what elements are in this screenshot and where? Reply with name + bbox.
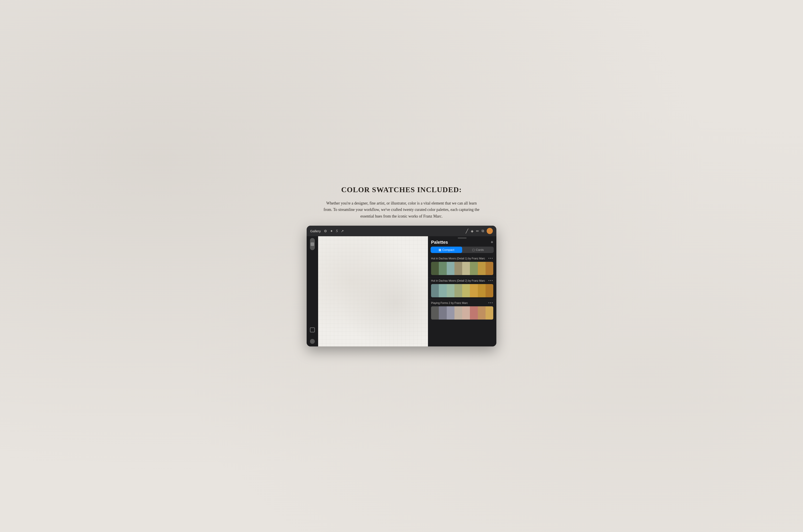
toolbar-right: ╱ ◈ ✏ ⧉	[466, 228, 493, 234]
color-swatch[interactable]	[439, 262, 446, 275]
palette-list: Hut in Dachau Moors (Detail 1) by Franz …	[428, 255, 496, 346]
palette-swatches	[431, 284, 493, 297]
pencil-tool-icon[interactable]: ✏	[476, 229, 479, 233]
left-sidebar	[307, 236, 318, 346]
color-swatch[interactable]	[462, 306, 470, 320]
page-title: COLOR SWATCHES INCLUDED:	[341, 186, 462, 194]
color-swatch[interactable]	[478, 306, 486, 320]
color-swatch[interactable]	[486, 262, 493, 275]
sidebar-bottom	[310, 339, 315, 344]
color-swatch[interactable]	[470, 284, 478, 297]
color-swatch[interactable]	[470, 306, 478, 320]
layers-icon[interactable]: ⧉	[481, 229, 484, 233]
drag-bar	[458, 238, 467, 239]
brush-tool-icon[interactable]: ╱	[466, 229, 468, 234]
avatar	[487, 228, 493, 234]
color-swatch[interactable]	[486, 306, 493, 320]
palette-name: Playing Forms 2 by Franz Marc	[431, 302, 488, 305]
palette-item-header: Hut in Dachau Moors (Detail 1) by Franz …	[431, 256, 493, 261]
panel-header: Palettes +	[428, 239, 496, 247]
view-toggle: ▦ Compact ▢ Cards	[431, 247, 494, 253]
color-swatch[interactable]	[478, 284, 486, 297]
palette-name: Hut in Dachau Moors (Detail 1) by Franz …	[431, 257, 488, 260]
cards-view-button[interactable]: ▢ Cards	[462, 247, 494, 253]
color-swatch[interactable]	[454, 262, 462, 275]
smudge-icon[interactable]: S	[336, 229, 338, 233]
add-palette-button[interactable]: +	[491, 240, 493, 245]
panel-title: Palettes	[431, 240, 448, 245]
app-screenshot: Gallery ⚙ ✦ S ↗ ╱ ◈ ✏ ⧉	[307, 226, 496, 346]
palette-swatches	[431, 306, 493, 320]
color-swatch[interactable]	[454, 306, 462, 320]
cards-icon: ▢	[472, 248, 475, 251]
color-swatch[interactable]	[431, 306, 439, 320]
toolbar-left: Gallery ⚙ ✦ S ↗	[310, 229, 344, 233]
palette-item: Hut in Dachau Moors (Detail 2) by Franz …	[428, 278, 496, 300]
color-swatch[interactable]	[447, 262, 454, 275]
wrench-icon[interactable]: ⚙	[324, 229, 327, 233]
gallery-button[interactable]: Gallery	[310, 229, 321, 233]
sidebar-top	[310, 238, 315, 250]
palette-item-header: Hut in Dachau Moors (Detail 2) by Franz …	[431, 279, 493, 283]
color-swatch[interactable]	[439, 306, 446, 320]
color-swatch[interactable]	[462, 262, 470, 275]
transform-icon[interactable]: ↗	[341, 229, 344, 233]
palette-more-button[interactable]: •••	[488, 279, 493, 283]
page-wrapper: COLOR SWATCHES INCLUDED: Whether you're …	[302, 186, 501, 347]
compact-label: Compact	[442, 248, 454, 251]
color-swatch[interactable]	[478, 262, 486, 275]
page-subtitle: Whether you're a designer, fine artist, …	[322, 200, 481, 220]
palette-item-header: Playing Forms 2 by Franz Marc •••	[431, 301, 493, 305]
palette-swatches	[431, 262, 493, 275]
cards-label: Cards	[476, 248, 484, 251]
canvas-area	[318, 236, 428, 346]
palette-more-button[interactable]: •••	[488, 256, 493, 261]
color-swatch-square[interactable]	[310, 327, 315, 332]
pen-tool-icon[interactable]: ◈	[471, 229, 473, 233]
color-swatch[interactable]	[486, 284, 493, 297]
app-content: Palettes + ▦ Compact ▢ Cards	[307, 236, 496, 346]
palettes-panel: Palettes + ▦ Compact ▢ Cards	[428, 236, 496, 346]
color-swatch[interactable]	[447, 306, 454, 320]
color-swatch[interactable]	[447, 284, 454, 297]
color-swatch[interactable]	[470, 262, 478, 275]
palette-item: Hut in Dachau Moors (Detail 1) by Franz …	[428, 255, 496, 278]
panel-drag-handle[interactable]	[428, 236, 496, 239]
magic-wand-icon[interactable]: ✦	[330, 229, 333, 233]
brush-size-slider[interactable]	[310, 238, 315, 250]
palette-item: Playing Forms 2 by Franz Marc •••	[428, 300, 496, 322]
compact-icon: ▦	[439, 248, 441, 251]
color-swatch[interactable]	[431, 262, 439, 275]
color-swatch[interactable]	[454, 284, 462, 297]
color-swatch[interactable]	[431, 284, 439, 297]
opacity-slider[interactable]	[310, 339, 315, 344]
color-swatch[interactable]	[439, 284, 446, 297]
palette-name: Hut in Dachau Moors (Detail 2) by Franz …	[431, 279, 488, 282]
palette-more-button[interactable]: •••	[488, 301, 493, 305]
compact-view-button[interactable]: ▦ Compact	[431, 247, 462, 253]
color-swatch[interactable]	[462, 284, 470, 297]
app-toolbar: Gallery ⚙ ✦ S ↗ ╱ ◈ ✏ ⧉	[307, 226, 496, 236]
